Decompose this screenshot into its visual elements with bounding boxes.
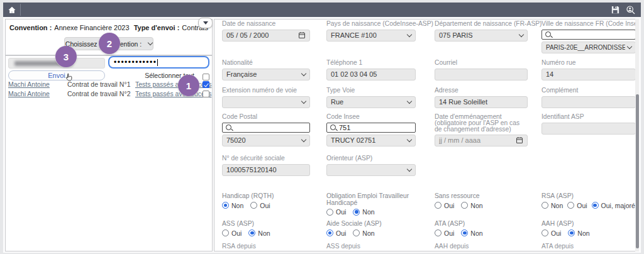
telephone-input[interactable]: 01 02 03 04 05 (326, 69, 416, 80)
code-insee-select[interactable]: TRUCY 02751 (326, 135, 416, 146)
radio-icon[interactable] (353, 229, 360, 236)
radio-option[interactable]: Oui, majoré (592, 202, 635, 209)
radio-option[interactable]: Oui (435, 229, 454, 237)
radio-option[interactable]: Oui (567, 202, 587, 209)
radio-icon[interactable] (592, 202, 599, 209)
courriel-input[interactable] (435, 69, 528, 80)
complement-input[interactable] (541, 96, 636, 108)
radio-icon[interactable] (435, 229, 441, 236)
field-courriel: Courriel (435, 60, 528, 80)
emmenagement-date-input[interactable]: jj / mm / aaaa (435, 135, 528, 146)
row-checkbox[interactable] (203, 91, 209, 97)
radio-label: Non (551, 202, 563, 209)
field-nationalite: Nationalité Française (222, 60, 310, 80)
code-insee-search-input[interactable]: 751 (326, 123, 416, 133)
field-label: Sans ressource (435, 193, 528, 200)
row-checkbox[interactable] (203, 81, 209, 88)
radio-icon[interactable] (326, 209, 333, 216)
dob-date-input[interactable]: 05 / 05 / 2000 (222, 30, 310, 41)
ville-select[interactable]: PARIS-20E__ARRONDISSEMENT (541, 41, 636, 53)
radio-icon[interactable] (222, 229, 229, 236)
code-postal-select[interactable]: 75020 (222, 135, 310, 146)
top-toolbar (3, 3, 641, 17)
radio-icon[interactable] (248, 229, 255, 236)
beneficiary-form-panel: Date de naissance 05 / 05 / 2000 Pays de… (214, 19, 639, 251)
filter-button[interactable] (198, 18, 213, 28)
field-aide-sociale: Aide Sociale (ASP) OuiNon (326, 221, 419, 237)
radio-label: Oui (444, 202, 454, 209)
field-label: Ville de naissance FR (Code Insee-ASP) (541, 21, 636, 28)
radio-icon[interactable] (568, 229, 575, 236)
radio-icon[interactable] (461, 202, 468, 209)
envoi-button[interactable]: Envoi (8, 70, 105, 80)
vertical-scrollbar[interactable] (635, 19, 639, 251)
scrollbar-thumb[interactable] (636, 94, 639, 248)
radio-icon[interactable] (461, 229, 468, 236)
field-securite-sociale: N° de sécurité sociale 1000575120140 (222, 155, 310, 176)
adresse-input[interactable]: 14 Rue Soleillet (435, 96, 528, 108)
chevron-down-icon (301, 136, 306, 141)
field-label: ASS depuis (326, 243, 416, 250)
extension-voie-select[interactable] (222, 96, 310, 108)
radio-label: Oui (231, 229, 242, 237)
calendar-icon[interactable] (516, 136, 523, 144)
password-input[interactable]: •••••••••••• (108, 56, 209, 69)
radio-option[interactable]: Non (222, 202, 243, 209)
radio-option[interactable]: Oui (541, 229, 561, 237)
radio-option[interactable]: Non (568, 229, 589, 237)
identifiant-asp-input[interactable] (541, 123, 636, 135)
radio-label: Non (470, 229, 482, 237)
radio-option[interactable]: Oui (326, 229, 346, 237)
ass-radio-group: OuiNon (222, 229, 323, 237)
radio-icon[interactable] (250, 202, 257, 209)
radio-option[interactable]: Non (461, 229, 482, 237)
departement-select[interactable]: 075 PARIS (435, 30, 528, 41)
status-link[interactable]: Tests passés avec succès (135, 80, 211, 88)
securite-sociale-input[interactable]: 1000575120140 (222, 164, 310, 176)
user-search-button[interactable] (626, 5, 636, 15)
radio-option[interactable]: Oui (435, 202, 454, 209)
radio-label: Oui (336, 208, 346, 216)
field-code-insee: Code Insee 751 TRUCY 02751 (326, 114, 416, 146)
radio-option[interactable]: Non (353, 208, 374, 216)
radio-option[interactable]: Non (353, 229, 374, 237)
radio-icon[interactable] (541, 202, 548, 209)
app-root: { "colors": { "topbar": "#575c6b", "anno… (0, 0, 644, 254)
numero-rue-value: 14 (546, 70, 631, 78)
field-label: AAH (ASP) (541, 221, 636, 228)
radio-label: Oui, majoré (601, 202, 635, 209)
radio-option[interactable]: Non (248, 229, 270, 237)
numero-rue-input[interactable]: 14 (541, 69, 636, 80)
radio-option[interactable]: Oui (222, 229, 242, 237)
radio-icon[interactable] (435, 202, 441, 209)
radio-option[interactable]: Non (461, 202, 482, 209)
code-postal-search-input[interactable] (222, 123, 310, 133)
save-button[interactable] (610, 5, 620, 15)
radio-option[interactable]: Non (541, 202, 563, 209)
field-rsa: RSA (ASP) NonOuiOui, majoré (541, 193, 637, 209)
radio-icon[interactable] (222, 202, 229, 209)
select-all-checkbox[interactable] (203, 74, 209, 80)
radio-icon[interactable] (541, 229, 548, 236)
radio-icon[interactable] (567, 202, 574, 209)
field-label: Aide Sociale (ASP) (326, 221, 419, 228)
radio-icon[interactable] (353, 209, 360, 216)
ville-search-input[interactable] (541, 30, 636, 40)
chevron-down-icon (519, 31, 524, 36)
type-voie-select[interactable]: Rue (326, 96, 416, 108)
person-link[interactable]: Machi Antoine (8, 80, 50, 88)
field-ville-naissance: Ville de naissance FR (Code Insee-ASP) P… (541, 21, 636, 53)
radio-icon[interactable] (326, 229, 333, 236)
field-rsa-depuis: RSA depuis (222, 243, 310, 251)
orienteur-select[interactable] (326, 164, 416, 176)
nationalite-select[interactable]: Française (222, 69, 310, 80)
adresse-value: 14 Rue Soleillet (439, 98, 523, 106)
radio-option[interactable]: Oui (250, 202, 270, 209)
pays-select[interactable]: FRANCE #100 (326, 30, 416, 41)
convention-title: Convention :Annexe Financière 2023 Type … (6, 24, 212, 31)
status-link[interactable]: Tests passés avec succès (135, 90, 211, 97)
calendar-icon[interactable] (298, 31, 306, 39)
home-button[interactable] (3, 3, 20, 17)
radio-option[interactable]: Oui (326, 208, 346, 216)
person-link[interactable]: Machi Antoine (8, 90, 50, 97)
